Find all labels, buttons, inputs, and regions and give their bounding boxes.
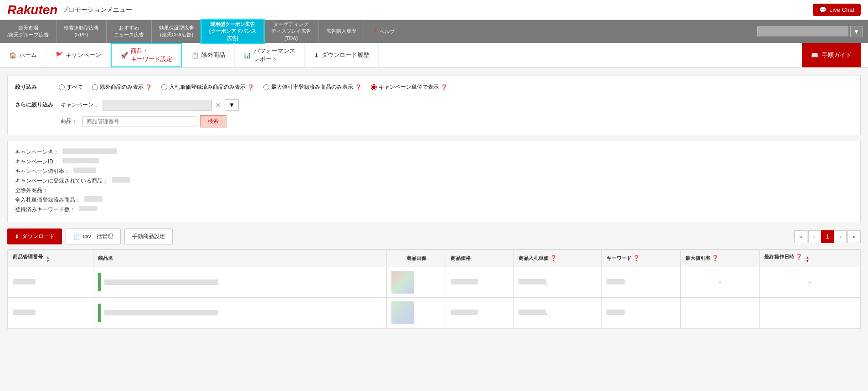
page-last-btn[interactable]: »: [847, 230, 861, 243]
keyword-value-2: [606, 310, 625, 315]
product-thumb-2: [391, 301, 414, 324]
bid-registered-value: [84, 196, 103, 202]
cell-product-num-2: [8, 298, 93, 328]
sort-last-op-down[interactable]: ▼: [806, 259, 809, 263]
store-selector[interactable]: ▼: [757, 26, 863, 37]
cell-max-rate-2: -: [681, 298, 760, 328]
cell-image-1: [386, 267, 446, 298]
nav-home[interactable]: 🏠 ホーム: [0, 43, 46, 67]
campaign-dropdown-btn[interactable]: ▼: [225, 99, 239, 111]
page-next-btn[interactable]: ›: [835, 230, 847, 243]
store-dropdown-btn[interactable]: ▼: [850, 26, 863, 37]
home-icon: 🏠: [9, 52, 16, 59]
page-first-btn[interactable]: «: [794, 230, 807, 243]
info-campaign-rate: キャンペーン値引率：: [15, 168, 853, 175]
max-rate-help-icon[interactable]: ❓: [712, 255, 719, 261]
bid-help-icon[interactable]: ❓: [550, 255, 557, 261]
filter-max-rate[interactable]: 最大値引率登録済み商品のみ表示 ❓: [263, 83, 362, 91]
actions-row: ⬇ ダウンロード 📄 csv一括管理 手動商品設定 « ‹ 1 › »: [7, 229, 861, 244]
product-label: 商品：: [61, 117, 79, 125]
filter-all[interactable]: すべて: [59, 83, 83, 91]
filter-section: 絞り込み すべて 除外商品のみ表示 ❓ 入札単価登録済み商品のみ表示 ❓: [7, 76, 861, 135]
help-icon-2[interactable]: ❓: [247, 84, 254, 91]
nav-top-right: ▼: [752, 20, 868, 43]
nav-rakuten-market[interactable]: 楽天市場/楽天グループ広告: [0, 20, 56, 43]
page-prev-btn[interactable]: ‹: [808, 230, 820, 243]
filter-max-rate-radio[interactable]: [263, 84, 269, 90]
nav-cpa-ads[interactable]: 効果保証型広告(楽天CPA広告): [152, 20, 202, 43]
csv-btn-label: csv一括管理: [83, 233, 113, 240]
nav-help[interactable]: ❓ ヘルプ: [364, 20, 402, 43]
live-chat-button[interactable]: 💬 Live Chat: [813, 4, 861, 16]
guide-button[interactable]: 📖 手順ガイド: [802, 43, 861, 67]
th-product-image: 商品画像: [386, 250, 446, 267]
product-input[interactable]: [82, 116, 196, 127]
sort-last-op[interactable]: ▲ ▼: [806, 256, 809, 263]
table-row: . - -: [8, 267, 860, 298]
keyword-help-icon[interactable]: ❓: [633, 255, 640, 261]
nav-rpp[interactable]: 検索連動型広告(RPP): [56, 20, 107, 43]
page-1-btn[interactable]: 1: [821, 230, 834, 243]
chat-icon: 💬: [819, 6, 827, 13]
guide-label: 手順ガイド: [822, 51, 852, 59]
last-op-help-icon[interactable]: ❓: [796, 254, 802, 260]
filter-excluded-radio[interactable]: [92, 84, 98, 90]
download-btn-icon: ⬇: [15, 234, 19, 240]
sub-filter-fields: キャンペーン： ✕ ▼ 商品： 検索: [61, 99, 239, 127]
nav-tda[interactable]: ターゲティングディスプレイ広告(TDA): [264, 20, 319, 43]
filter-bid-radio[interactable]: [161, 84, 167, 90]
th-product-name: 商品名: [93, 250, 386, 267]
help-icon: ❓: [371, 29, 378, 35]
campaign-rate-value: [73, 168, 96, 173]
cell-product-name-2: [93, 298, 386, 328]
product-thumb-1: [391, 271, 414, 294]
cell-product-name-1: [93, 267, 386, 298]
campaign-input[interactable]: [103, 100, 212, 111]
keyword-value-1: [606, 279, 625, 284]
rakuten-logo: Rakuten: [7, 3, 57, 17]
store-input[interactable]: [757, 26, 848, 36]
filter-excluded-only[interactable]: 除外商品のみ表示 ❓: [92, 83, 152, 91]
download-button[interactable]: ⬇ ダウンロード: [7, 229, 62, 244]
cell-bid-1: .: [514, 267, 602, 298]
cell-last-op-1: -: [760, 267, 860, 298]
nav-product-keyword-label: 商品・キーワード設定: [131, 47, 172, 63]
campaign-name-value: [62, 148, 117, 154]
manual-button[interactable]: 手動商品設定: [124, 229, 173, 244]
th-product-price: 商品価格: [446, 250, 514, 267]
campaign-id-value: [62, 158, 99, 163]
nav-home-label: ホーム: [19, 51, 37, 59]
nav-campaign[interactable]: 🚩 キャンペーン: [46, 43, 111, 67]
campaign-clear-btn[interactable]: ✕: [216, 102, 221, 109]
nav-campaign-label: キャンペーン: [66, 51, 101, 59]
live-chat-label: Live Chat: [829, 6, 854, 13]
sort-product-num[interactable]: ▲ ▼: [46, 256, 50, 263]
nav-performance[interactable]: 📊 パフォーマンスレポート: [235, 43, 305, 67]
filter-campaign-unit[interactable]: キャンペーン単位で表示 ❓: [371, 83, 447, 91]
campaign-label: キャンペーン：: [61, 101, 99, 109]
nav-recommended-news[interactable]: おすすめニュース広告: [107, 20, 152, 43]
nav-download-history[interactable]: ⬇ ダウンロード履歴: [305, 43, 379, 67]
help-label: ヘルプ: [380, 28, 395, 35]
chart-icon: 📊: [244, 52, 251, 59]
help-icon-4[interactable]: ❓: [441, 84, 447, 91]
nav-excluded-products[interactable]: 📋 除外商品: [182, 43, 235, 67]
nav-purchase-history[interactable]: 広告購入履歴: [319, 20, 364, 43]
csv-button[interactable]: 📄 csv一括管理: [66, 229, 121, 244]
filter-campaign-radio[interactable]: [371, 84, 377, 90]
filter-bid-registered[interactable]: 入札単価登録済み商品のみ表示 ❓: [161, 83, 254, 91]
nav-excluded-label: 除外商品: [201, 51, 225, 59]
cell-keyword-2: [602, 298, 681, 328]
help-icon-3[interactable]: ❓: [355, 84, 362, 91]
info-keyword-count: 登録済みキーワード数：: [15, 206, 853, 213]
nav-product-keyword[interactable]: 🚀 商品・キーワード設定: [111, 43, 182, 67]
search-button[interactable]: 検索: [200, 115, 226, 127]
product-num-value-2: [13, 310, 36, 315]
help-icon-1[interactable]: ❓: [145, 84, 152, 91]
filter-all-radio[interactable]: [59, 84, 65, 90]
cell-product-num-1: [8, 267, 93, 298]
product-table: 商品管理番号 ▲ ▼ 商品名 商品画像 商品価格 商品入札単価 ❓ キーワード …: [7, 249, 861, 329]
nav-coupon-advance[interactable]: 運用型クーポン広告(クーポンアドバンス広告): [202, 20, 264, 43]
sort-down-icon[interactable]: ▼: [46, 259, 50, 263]
product-name-value-1: [104, 279, 218, 285]
